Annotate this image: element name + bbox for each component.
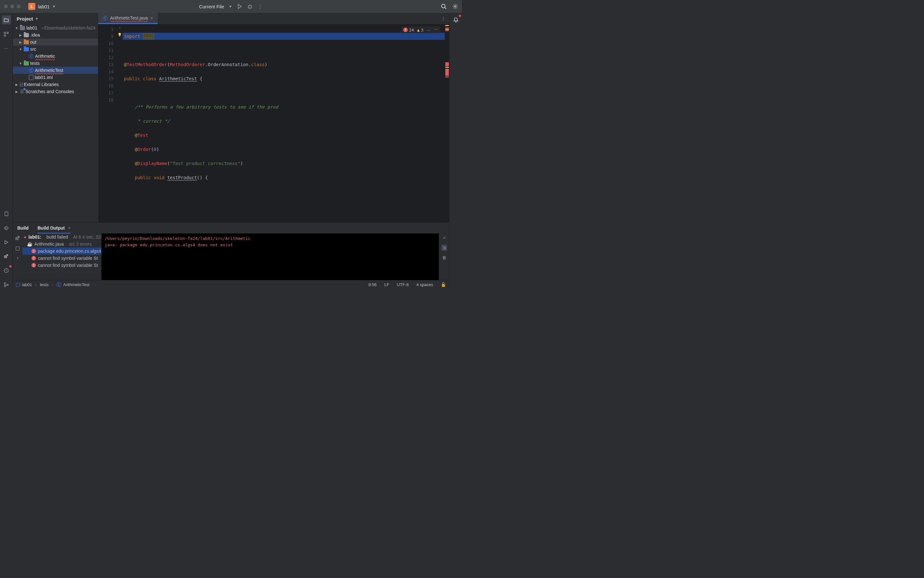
next-highlight-icon[interactable]: ﹀ <box>434 27 438 33</box>
error-stripe[interactable] <box>445 24 449 222</box>
code-editor[interactable]: 1 9 10 11 12 13 14 15 16 17 18 › � <box>98 24 449 222</box>
maximize-window[interactable] <box>17 5 21 8</box>
project-tool-button[interactable] <box>2 15 11 24</box>
project-tree: ▼lab01 ~/Downloads/skeleton-fa24 ▶.idea … <box>13 24 98 95</box>
folder-icon <box>24 47 29 51</box>
debug-icon[interactable] <box>247 3 253 9</box>
editor-area: C ArithmeticTest.java × ⋮ 1 9 10 11 12 1… <box>98 13 449 222</box>
tree-file-iml[interactable]: lab01.iml <box>13 74 98 81</box>
run-icon[interactable] <box>237 3 242 9</box>
services-tool-button[interactable] <box>2 224 11 232</box>
settings-icon[interactable] <box>452 3 458 9</box>
svg-point-2 <box>455 6 456 7</box>
tab-actions-icon[interactable]: ⋮ <box>437 13 449 24</box>
minimize-window[interactable] <box>10 5 14 8</box>
error-icon: ! <box>31 263 36 268</box>
fold-expand-icon[interactable]: › <box>117 26 123 33</box>
folder-icon <box>24 61 29 65</box>
tree-folder-tests[interactable]: ▼tests <box>13 60 98 67</box>
java-file-icon: ☕ <box>27 242 32 247</box>
class-icon: C <box>29 68 34 73</box>
search-icon[interactable] <box>441 3 447 9</box>
library-icon: ⌸ <box>20 82 23 87</box>
notifications-icon[interactable] <box>451 15 460 24</box>
build-hammer-icon[interactable] <box>15 235 21 242</box>
prev-highlight-icon[interactable]: ︿ <box>427 27 431 33</box>
build-panel: Build Build Output× › ●lab01: build fail… <box>13 222 449 280</box>
editor-tab[interactable]: C ArithmeticTest.java × <box>98 13 158 24</box>
right-tool-rail <box>449 13 462 289</box>
line-separator[interactable]: LF <box>384 282 389 287</box>
error-icon: ! <box>31 256 36 260</box>
tree-scratches[interactable]: ▶☰Scratches and Consoles <box>13 88 98 95</box>
build-error-3[interactable]: !cannot find symbol variable St <box>23 262 101 269</box>
tree-class-arithmetic[interactable]: CArithmetic <box>13 53 98 60</box>
tree-class-arithmetictest[interactable]: CArithmeticTest <box>13 67 98 74</box>
svg-point-11 <box>7 284 8 285</box>
intention-bulb-icon[interactable]: 💡 <box>117 33 123 40</box>
build-gutter: › <box>13 234 23 280</box>
svg-rect-4 <box>7 32 8 33</box>
build-output-tab[interactable]: Build Output× <box>37 222 71 234</box>
stop-build-icon[interactable] <box>16 247 19 250</box>
close-tab-icon[interactable]: × <box>150 15 153 21</box>
structure-tool-button[interactable] <box>2 29 11 39</box>
folder-icon <box>24 40 29 44</box>
problems-tool-button[interactable] <box>2 266 11 275</box>
class-icon: C <box>29 54 34 59</box>
class-icon: C <box>57 282 61 287</box>
more-tools-button[interactable]: ⋯ <box>2 44 11 53</box>
tree-root[interactable]: ▼lab01 ~/Downloads/skeleton-fa24 <box>13 24 98 31</box>
tree-external-libs[interactable]: ▶⌸External Libraries <box>13 81 98 88</box>
module-icon <box>20 26 25 30</box>
svg-point-9 <box>4 283 5 284</box>
file-encoding[interactable]: UTF-8 <box>397 282 409 287</box>
clear-icon[interactable]: 🗑 <box>442 255 446 260</box>
vcs-tool-button[interactable] <box>2 280 11 289</box>
chevron-down-icon[interactable]: ▼ <box>52 5 56 8</box>
readonly-lock-icon[interactable]: 🔓 <box>441 282 446 287</box>
expand-icon[interactable]: › <box>17 255 18 261</box>
line-gutter: 1 9 10 11 12 13 14 15 16 17 18 <box>98 24 117 222</box>
module-icon <box>16 283 20 287</box>
svg-point-10 <box>4 285 5 286</box>
file-icon <box>29 75 33 80</box>
caret-position[interactable]: 8:56 <box>369 282 377 287</box>
tree-folder-out[interactable]: ▶out <box>13 39 98 45</box>
statusbar: lab01 › tests › CArithmeticTest 8:56 LF … <box>13 280 449 289</box>
close-window[interactable] <box>4 5 8 8</box>
error-icon: ! <box>31 249 36 253</box>
svg-point-0 <box>248 5 251 8</box>
chevron-down-icon[interactable]: ▼ <box>35 17 39 21</box>
chevron-down-icon[interactable]: ▼ <box>229 5 232 8</box>
build-tab[interactable]: Build <box>17 222 29 234</box>
soft-wrap-icon[interactable]: ⤶ <box>443 235 446 240</box>
bookmark-tool-button[interactable] <box>2 209 11 218</box>
run-config-selector[interactable]: Current File <box>199 4 224 9</box>
more-vert-icon[interactable]: ⋮ <box>257 3 263 9</box>
breadcrumb-package[interactable]: tests <box>40 282 49 287</box>
code-lines[interactable]: import ... @TestMethodOrder(MethodOrdere… <box>123 24 445 222</box>
run-config-area: Current File ▼ ⋮ <box>199 3 263 9</box>
breadcrumb-class[interactable]: CArithmeticTest <box>57 282 89 287</box>
build-error-1[interactable]: !package edu.princeton.cs.algs4 <box>23 248 101 255</box>
build-tool-button[interactable] <box>2 252 11 261</box>
titlebar: L lab01 ▼ Current File ▼ ⋮ <box>0 0 462 13</box>
build-tabs: Build Build Output× <box>13 222 449 234</box>
build-output-console[interactable]: /Users/peyrin/Downloads/skeleton-fa24/la… <box>101 234 439 280</box>
breadcrumb-module[interactable]: lab01 <box>16 282 32 287</box>
build-file-node[interactable]: ☕Arithmetic.java src 3 errors <box>23 240 101 248</box>
project-pane-header[interactable]: Project ▼ <box>13 13 98 24</box>
run-tool-button[interactable] <box>2 238 11 247</box>
tree-folder-idea[interactable]: ▶.idea <box>13 31 98 39</box>
close-tab-icon[interactable]: × <box>68 226 71 231</box>
scroll-to-end-icon[interactable]: ⇲ <box>441 245 447 251</box>
inspections-widget[interactable]: !24 ▲3 ︿ ﹀ <box>401 26 440 33</box>
indent-setting[interactable]: 4 spaces <box>417 282 433 287</box>
build-error-2[interactable]: !cannot find symbol variable St <box>23 255 101 262</box>
project-name[interactable]: lab01 <box>38 4 50 9</box>
svg-rect-6 <box>5 212 8 216</box>
build-root[interactable]: ●lab01: build failed At 8 4 sec, 323 ms <box>23 234 101 240</box>
tree-folder-src[interactable]: ▼src <box>13 45 98 53</box>
scratch-icon: ☰ <box>20 89 24 94</box>
